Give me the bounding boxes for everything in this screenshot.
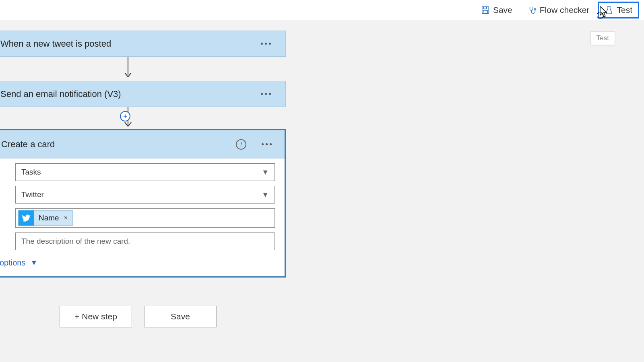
twitter-icon [19,210,34,226]
insert-step-button[interactable]: + [120,111,130,121]
list-id-value: Twitter [21,190,44,199]
save-icon [481,6,490,14]
save-label: Save [493,5,512,15]
stethoscope-icon [528,6,537,14]
trigger-step[interactable]: When a new tweet is posted [0,31,286,57]
chevron-down-icon: ▼ [262,168,269,177]
svg-rect-2 [483,10,487,13]
bottom-actions: + New step Save [60,306,217,327]
action-step-create-card: Create a card i Board Id Tasks ▼ List Id… [0,129,286,278]
svg-rect-1 [483,6,486,9]
card-name-label: Name [0,214,15,223]
list-id-label: List Id [0,190,15,200]
board-id-label: Board Id [0,168,15,177]
top-toolbar: Save Flow checker Test [0,0,644,20]
new-step-button[interactable]: + New step [60,306,132,327]
flow-checker-label: Flow checker [540,5,590,15]
save-flow-button[interactable]: Save [144,306,217,327]
token-label: Name [37,214,59,222]
action-step-email-title: Send an email notification (V3) [0,89,121,99]
trigger-step-menu[interactable] [258,39,274,48]
card-desc-input[interactable]: The description of the new card. [15,232,275,250]
board-id-value: Tasks [21,168,41,177]
card-desc-placeholder: The description of the new card. [21,237,130,246]
card-name-input[interactable]: Name × [15,208,275,228]
create-card-menu[interactable] [258,140,275,148]
connector-arrow-1 [0,57,286,81]
action-step-email[interactable]: Send an email notification (V3) [0,81,286,107]
dynamic-content-token[interactable]: Name × [18,210,73,226]
test-label: Test [617,5,632,15]
test-button[interactable]: Test [598,2,639,19]
svg-point-3 [534,8,536,10]
flow-canvas: When a new tweet is posted Send an email… [0,24,644,278]
board-id-select[interactable]: Tasks ▼ [15,163,275,181]
card-desc-label: Description [0,237,15,246]
advanced-options-toggle[interactable]: Show advanced options ▼ [0,258,285,267]
action-step-email-menu[interactable] [258,90,274,98]
chevron-down-icon: ▼ [30,259,37,267]
chevron-down-icon: ▼ [262,191,269,199]
create-card-header[interactable]: Create a card i [0,130,285,158]
trigger-step-title: When a new tweet is posted [0,39,111,49]
list-id-select[interactable]: Twitter ▼ [15,186,275,204]
create-card-title: Create a card [1,139,55,150]
flow-checker-button[interactable]: Flow checker [521,2,597,19]
info-icon[interactable]: i [236,139,246,150]
connector-arrow-2: + [0,107,286,129]
flask-icon [605,6,613,14]
save-button[interactable]: Save [474,2,519,19]
token-remove-button[interactable]: × [62,214,69,222]
advanced-options-label: Show advanced options [0,258,25,267]
